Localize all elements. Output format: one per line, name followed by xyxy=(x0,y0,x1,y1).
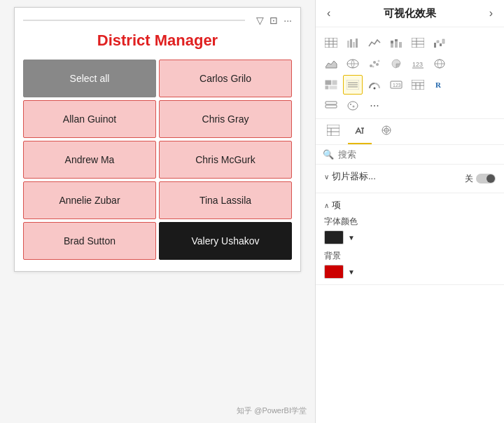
watermark: 知乎 @PowerBI学堂 xyxy=(237,405,307,416)
viz-card-icon[interactable]: 123 xyxy=(386,75,406,95)
svg-rect-34 xyxy=(325,80,332,85)
svg-rect-18 xyxy=(434,43,436,48)
svg-rect-11 xyxy=(395,41,398,48)
search-icon: 🔍 xyxy=(323,149,334,160)
svg-point-24 xyxy=(370,64,372,67)
viz-globe2-icon[interactable] xyxy=(343,96,363,116)
svg-rect-37 xyxy=(329,85,337,90)
toolbar-line xyxy=(23,20,245,21)
svg-point-54 xyxy=(350,104,351,105)
svg-rect-12 xyxy=(395,39,398,41)
viz-bar-cluster-icon[interactable] xyxy=(343,33,363,53)
svg-rect-6 xyxy=(350,39,352,48)
svg-rect-35 xyxy=(332,80,337,85)
slicer-btn-annelie[interactable]: Annelie Zubar xyxy=(23,181,156,219)
nav-right-button[interactable]: › xyxy=(485,6,497,21)
search-input[interactable] xyxy=(338,149,497,160)
slicer-btn-chrisgray[interactable]: Chris Gray xyxy=(159,100,292,138)
svg-rect-56 xyxy=(327,125,340,136)
section-label-items: 项 xyxy=(332,199,341,212)
viz-map-icon[interactable] xyxy=(343,54,363,74)
section-slicer-header: ∨ 切片器标... 关 xyxy=(316,165,504,193)
section-label-slicer: 切片器标... xyxy=(332,170,376,183)
toggle-control[interactable]: 关 xyxy=(465,173,496,185)
slicer-select-all[interactable]: Select all xyxy=(23,60,156,97)
chevron-up-icon: ∧ xyxy=(324,202,329,209)
slicer-btn-brad[interactable]: Brad Sutton xyxy=(23,222,156,260)
nav-left-button[interactable]: ‹ xyxy=(323,6,335,21)
svg-rect-9 xyxy=(391,43,393,48)
viz-slicer-icon[interactable] xyxy=(343,75,363,95)
font-color-swatch[interactable] xyxy=(324,230,344,244)
chevron-down-icon: ∨ xyxy=(324,173,329,181)
search-box: 🔍 xyxy=(316,145,504,165)
viz-treemap-icon[interactable] xyxy=(321,75,341,95)
bg-color-swatch[interactable] xyxy=(324,265,344,279)
viz-kpi-icon[interactable]: 123 xyxy=(408,54,428,74)
card-toolbar: ▽ ⊡ ··· xyxy=(23,15,292,26)
slicer-btn-allan[interactable]: Allan Guinot xyxy=(23,100,156,138)
tab-fields[interactable] xyxy=(321,122,345,144)
viz-pie-icon[interactable] xyxy=(386,54,406,74)
viz-globe-icon[interactable] xyxy=(430,54,449,74)
slicer-btn-tina[interactable]: Tina Lassila xyxy=(159,181,292,219)
font-color-label: 字体颜色 xyxy=(324,216,496,228)
slicer-card: ▽ ⊡ ··· District Manager Select all Carl… xyxy=(14,7,301,272)
viz-table2-icon[interactable] xyxy=(408,75,428,95)
viz-multi-row-icon[interactable] xyxy=(321,96,341,116)
viz-row-3: 123 R xyxy=(321,75,498,95)
svg-rect-45 xyxy=(412,80,424,90)
tab-analytics[interactable] xyxy=(374,122,398,144)
svg-rect-7 xyxy=(353,42,355,48)
viz-area-icon[interactable] xyxy=(321,54,341,74)
svg-text:R: R xyxy=(435,81,442,89)
viz-scatter-icon[interactable] xyxy=(365,54,384,74)
font-color-row: ▼ xyxy=(324,230,496,244)
font-color-dropdown[interactable]: ▼ xyxy=(348,234,355,242)
viz-row-2: 123 xyxy=(321,54,498,74)
bg-label: 背景 xyxy=(324,250,496,262)
toggle-track[interactable] xyxy=(476,174,496,183)
svg-point-25 xyxy=(373,61,376,64)
svg-rect-21 xyxy=(442,39,444,43)
panel-title: 可视化效果 xyxy=(384,7,436,20)
viz-waterfall-icon[interactable] xyxy=(430,33,449,53)
viz-row-1 xyxy=(321,33,498,53)
section-header-items: ∧ 项 xyxy=(324,199,496,212)
bg-color-row: ▼ xyxy=(324,265,496,279)
viz-icons-area: 123 123 R xyxy=(316,27,504,119)
svg-point-28 xyxy=(378,60,380,62)
viz-r-icon[interactable]: R xyxy=(430,75,449,95)
svg-text:123: 123 xyxy=(412,61,423,68)
slicer-btn-valery[interactable]: Valery Ushakov xyxy=(159,222,292,260)
toggle-thumb xyxy=(486,174,495,183)
expand-icon[interactable]: ⊡ xyxy=(270,15,278,26)
svg-rect-8 xyxy=(356,39,358,48)
viz-bar-stacked-icon[interactable] xyxy=(386,33,406,53)
viz-more-icon[interactable]: ··· xyxy=(365,96,384,116)
svg-rect-14 xyxy=(412,38,424,48)
svg-rect-36 xyxy=(325,85,329,90)
format-tabs xyxy=(316,119,504,145)
viz-matrix-icon[interactable] xyxy=(408,33,428,53)
filter-icon[interactable]: ▽ xyxy=(256,15,264,26)
svg-rect-0 xyxy=(325,38,337,48)
section-header-slicer: ∨ 切片器标... xyxy=(324,170,376,183)
svg-point-42 xyxy=(374,88,376,90)
slicer-btn-andrewma[interactable]: Andrew Ma xyxy=(23,141,156,179)
more-icon[interactable]: ··· xyxy=(284,15,292,26)
slicer-btn-carlos[interactable]: Carlos Grilo xyxy=(159,60,292,97)
svg-rect-5 xyxy=(347,41,349,48)
svg-text:123: 123 xyxy=(393,83,401,88)
svg-rect-51 xyxy=(326,102,337,104)
right-panel: ‹ 可视化效果 › xyxy=(315,0,504,423)
viz-gauge-icon[interactable] xyxy=(365,75,384,95)
slicer-btn-chrismcgurk[interactable]: Chris McGurk xyxy=(159,141,292,179)
bg-color-dropdown[interactable]: ▼ xyxy=(348,268,355,276)
tab-format[interactable] xyxy=(348,122,372,144)
viz-line-icon[interactable] xyxy=(365,33,384,53)
viz-row-4: ··· xyxy=(321,96,498,116)
svg-rect-52 xyxy=(326,105,337,108)
slicer-grid: Select all Carlos Grilo Allan Guinot Chr… xyxy=(23,60,292,260)
viz-table-icon[interactable] xyxy=(321,33,341,53)
